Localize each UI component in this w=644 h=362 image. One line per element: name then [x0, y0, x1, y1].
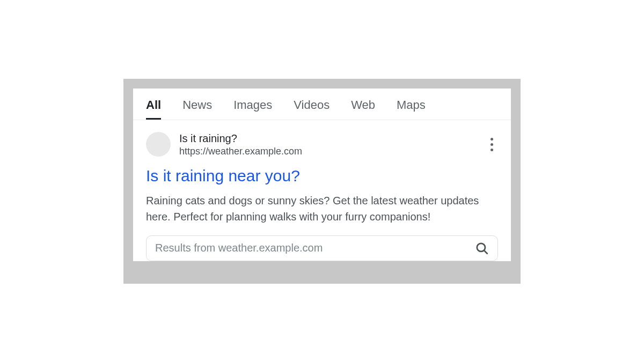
tab-all[interactable]: All — [146, 98, 161, 112]
result-header: Is it raining? https://weather.example.c… — [146, 132, 498, 157]
svg-line-1 — [484, 250, 487, 254]
tab-maps[interactable]: Maps — [397, 98, 426, 112]
tab-news[interactable]: News — [182, 98, 212, 112]
site-name: Is it raining? — [179, 132, 477, 145]
result-snippet: Raining cats and dogs or sunny skies? Ge… — [146, 193, 498, 225]
search-result: Is it raining? https://weather.example.c… — [133, 120, 511, 261]
result-meta: Is it raining? https://weather.example.c… — [179, 132, 477, 157]
favicon-placeholder — [146, 132, 171, 157]
search-result-panel: All News Images Videos Web Maps Is it ra… — [133, 88, 511, 261]
search-icon[interactable] — [475, 241, 489, 255]
sitelinks-search-box[interactable] — [146, 235, 498, 261]
outer-frame: All News Images Videos Web Maps Is it ra… — [123, 79, 521, 284]
site-url: https://weather.example.com — [179, 146, 477, 157]
tab-videos[interactable]: Videos — [294, 98, 330, 112]
result-title-link[interactable]: Is it raining near you? — [146, 167, 498, 185]
more-options-button[interactable] — [485, 134, 498, 156]
sitelinks-search-input[interactable] — [155, 242, 475, 254]
search-tabs: All News Images Videos Web Maps — [133, 88, 511, 120]
tab-web[interactable]: Web — [351, 98, 375, 112]
tab-images[interactable]: Images — [233, 98, 272, 112]
